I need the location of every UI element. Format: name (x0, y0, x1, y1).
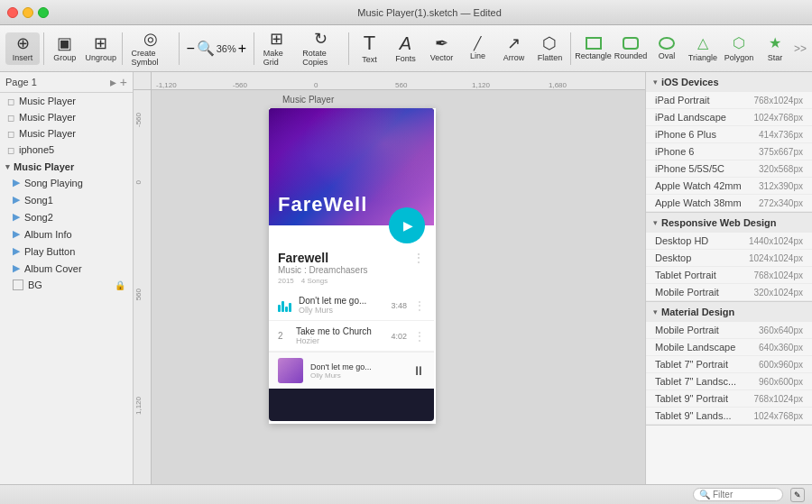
responsive-tablet-portrait-label: Tablet Portrait (655, 270, 716, 280)
track-1-menu-icon[interactable]: ⋮ (414, 299, 425, 312)
ios-iphone5-size: 320x568px (759, 164, 803, 174)
rotate-copies-tool[interactable]: ↻ Rotate Copies (297, 28, 345, 69)
ios-iphone6[interactable]: iPhone 6 375x667px (646, 143, 812, 160)
sidebar-add-page-icon[interactable]: + (120, 75, 127, 89)
rectangle-tool[interactable]: Rectangle (575, 34, 612, 63)
sidebar-group-music-player[interactable]: ▾ Music Player (0, 158, 133, 174)
ruler-mark-4: 560 (395, 81, 407, 89)
maximize-button[interactable] (38, 7, 49, 18)
create-symbol-tool[interactable]: ◎ Create Symbol (125, 28, 174, 69)
material-tablet7-landscape[interactable]: Tablet 7" Landsc... 960x600px (646, 373, 812, 390)
sidebar-item-iphone5[interactable]: ◻ iphone5 (0, 142, 133, 158)
search-area[interactable]: 🔍 (693, 488, 783, 501)
material-tablet7-portrait[interactable]: Tablet 7" Portrait 600x960px (646, 356, 812, 373)
flatten-label: Flatten (538, 53, 563, 62)
ios-watch42-size: 312x390px (759, 181, 803, 191)
vector-tool[interactable]: ✒ Vector (424, 32, 458, 65)
responsive-desktop-hd-label: Desktop HD (655, 235, 708, 246)
flatten-tool[interactable]: ⬡ Flatten (532, 32, 567, 65)
group-tool[interactable]: ▣ Group (48, 32, 82, 65)
sidebar-item-bg[interactable]: BG 🔒 (0, 277, 133, 293)
titlebar: Music Player(1).sketch — Edited (0, 0, 812, 25)
phone-track-2[interactable]: 2 Take me to Church Hozier 4:02 ⋮ (269, 321, 434, 352)
zoom-plus-icon[interactable]: + (238, 41, 246, 57)
responsive-tablet-portrait-size: 768x1024px (754, 270, 804, 280)
insert-tool[interactable]: ⊕ Insert (5, 32, 40, 65)
oval-tool[interactable]: Oval (650, 34, 684, 63)
now-playing-pause-icon[interactable]: ⏸ (412, 363, 425, 378)
folder-icon-2: ▶ (13, 194, 20, 206)
phone-album-art: FareWell (269, 108, 434, 225)
close-button[interactable] (7, 7, 18, 18)
ios-iphone6plus[interactable]: iPhone 6 Plus 414x736px (646, 126, 812, 143)
phone-play-button[interactable] (389, 207, 425, 243)
sidebar-item-label-1: Music Player (19, 96, 76, 106)
edit-button[interactable]: ✎ (790, 488, 805, 502)
material-tablet9-portrait[interactable]: Tablet 9" Portrait 768x1024px (646, 390, 812, 408)
zoom-minus-icon[interactable]: − (186, 41, 194, 57)
responsive-tablet-portrait[interactable]: Tablet Portrait 768x1024px (646, 267, 812, 284)
ios-ipad-landscape[interactable]: iPad Landscape 1024x768px (646, 109, 812, 126)
search-input[interactable] (713, 490, 776, 499)
material-mobile-portrait[interactable]: Mobile Portrait 360x640px (646, 322, 812, 339)
more-tools-button[interactable]: >> (794, 42, 807, 55)
material-tablet9-landscape[interactable]: Tablet 9" Lands... 1024x768px (646, 408, 812, 425)
polygon-icon: ⬡ (733, 34, 745, 51)
rounded-tool[interactable]: Rounded (614, 34, 648, 63)
child-label-1: Song Playing (24, 178, 83, 188)
folder-icon-1: ▶ (13, 177, 20, 188)
phone-track-1[interactable]: Don't let me go... Olly Murs 3:48 ⋮ (269, 290, 434, 321)
responsive-mobile-portrait[interactable]: Mobile Portrait 320x1024px (646, 284, 812, 301)
oval-label: Oval (659, 51, 676, 60)
star-tool[interactable]: ★ Star (758, 32, 792, 65)
fonts-tool[interactable]: A Fonts (388, 32, 422, 66)
sidebar-item-song-playing[interactable]: ▶ Song Playing (0, 174, 133, 191)
phone-song-title: Farewell (278, 251, 367, 265)
arrow-tool[interactable]: ↗ Arrow (496, 32, 531, 65)
responsive-mobile-portrait-label: Mobile Portrait (655, 287, 719, 298)
text-label: Text (362, 55, 377, 64)
polygon-tool[interactable]: ⬡ Polygon (722, 32, 756, 65)
track-2-menu-icon[interactable]: ⋮ (414, 330, 425, 343)
ios-iphone6plus-label: iPhone 6 Plus (655, 129, 716, 140)
artboard[interactable]: FareWell Farewell Music : Dreamchasers (269, 108, 436, 424)
rounded-label: Rounded (614, 51, 648, 60)
minimize-button[interactable] (23, 7, 33, 18)
canvas-content[interactable]: -560 0 560 1,120 Music Player FareWel (134, 90, 645, 484)
line-tool[interactable]: ╱ Line (460, 34, 494, 63)
ios-watch38[interactable]: Apple Watch 38mm 272x340px (646, 195, 812, 212)
sidebar-item-song1[interactable]: ▶ Song1 (0, 191, 133, 208)
text-tool[interactable]: T Text (352, 31, 386, 67)
folder-icon-4: ▶ (13, 228, 20, 240)
responsive-section-header[interactable]: ▾ Responsive Web Design (646, 213, 812, 233)
toolbar: ⊕ Insert ▣ Group ⊞ Ungroup ◎ Create Symb… (0, 25, 812, 72)
search-icon: 🔍 (699, 490, 710, 499)
material-section-header[interactable]: ▾ Material Design (646, 302, 812, 322)
ungroup-tool[interactable]: ⊞ Ungroup (84, 32, 118, 65)
ios-section-header[interactable]: ▾ iOS Devices (646, 72, 812, 92)
ios-ipad-portrait[interactable]: iPad Portrait 768x1024px (646, 92, 812, 109)
sidebar-item-album-info[interactable]: ▶ Album Info (0, 225, 133, 243)
make-grid-tool[interactable]: ⊞ Make Grid (258, 28, 295, 69)
triangle-tool[interactable]: △ Triangle (686, 32, 720, 65)
responsive-desktop[interactable]: Desktop 1024x1024px (646, 250, 812, 267)
sidebar-item-music-player-3[interactable]: ◻ Music Player (0, 125, 133, 142)
ruler-mark-2: -560 (233, 81, 247, 89)
sidebar-item-play-button[interactable]: ▶ Play Button (0, 243, 133, 260)
sidebar-header: Page 1 ▸ + (0, 72, 133, 93)
responsive-mobile-portrait-size: 320x1024px (754, 288, 804, 298)
sidebar-item-album-cover[interactable]: ▶ Album Cover (0, 260, 133, 277)
sidebar-item-label-3: Music Player (19, 128, 76, 139)
flatten-icon: ⬡ (542, 35, 557, 51)
ruler-mark-v2: 0 (134, 180, 143, 184)
sidebar-item-music-player-2[interactable]: ◻ Music Player (0, 109, 133, 125)
responsive-desktop-hd[interactable]: Desktop HD 1440x1024px (646, 233, 812, 250)
material-mobile-landscape[interactable]: Mobile Landscape 640x360px (646, 339, 812, 356)
sidebar-item-song2[interactable]: ▶ Song2 (0, 208, 133, 225)
layer-icon-3: ◻ (7, 129, 14, 139)
sidebar-item-music-player-1[interactable]: ◻ Music Player (0, 93, 133, 109)
material-tablet7-portrait-size: 600x960px (759, 360, 803, 370)
ios-iphone5[interactable]: iPhone 5/5S/5C 320x568px (646, 160, 812, 178)
arrow-label: Arrow (503, 53, 525, 62)
ios-watch42[interactable]: Apple Watch 42mm 312x390px (646, 178, 812, 195)
